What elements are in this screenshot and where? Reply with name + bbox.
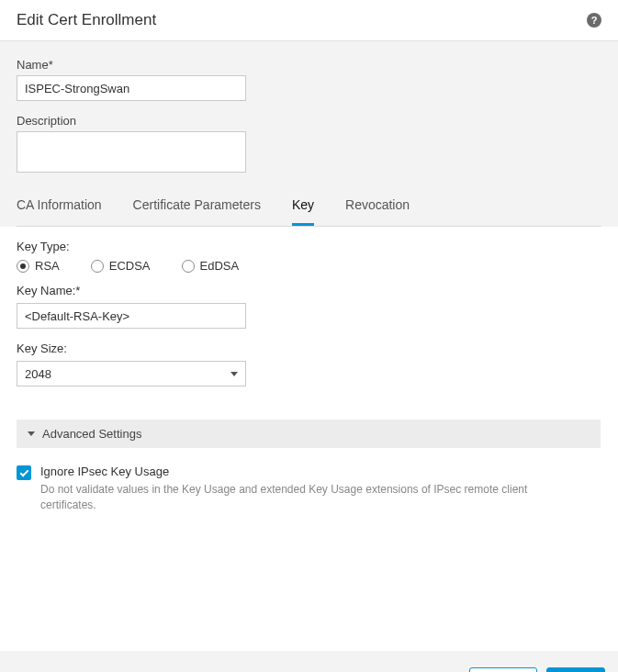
dialog-title: Edit Cert Enrollment [17,11,156,29]
key-size-select[interactable]: 2048 [17,361,246,386]
description-input[interactable] [17,131,246,173]
tab-body: Key Type: RSA ECDSA EdDSA Key Name:* Key… [0,227,618,541]
ignore-ipsec-description: Do not validate values in the Key Usage … [40,482,573,513]
help-icon[interactable]: ? [587,13,601,28]
advanced-settings-toggle[interactable]: Advanced Settings [17,420,601,448]
radio-ecdsa-label: ECDSA [109,259,151,273]
radio-eddsa-label: EdDSA [200,259,240,273]
tab-key[interactable]: Key [292,188,314,226]
form-top-section: Name* Description CA Information Certifi… [0,41,618,227]
key-name-input[interactable] [17,303,246,329]
tab-bar: CA Information Certificate Parameters Ke… [17,188,601,226]
save-button[interactable]: Save [546,667,605,672]
dialog-header: Edit Cert Enrollment ? [0,0,618,41]
ignore-ipsec-label: Ignore IPsec Key Usage [40,465,573,478]
tab-certificate-parameters[interactable]: Certificate Parameters [133,188,261,226]
cancel-button[interactable]: Cancel [469,667,537,672]
tab-ca-information[interactable]: CA Information [17,188,102,226]
key-type-radio-group: RSA ECDSA EdDSA [17,259,601,273]
name-label: Name* [17,58,601,72]
radio-rsa-label: RSA [35,259,60,273]
radio-eddsa[interactable] [182,260,195,273]
key-size-value: 2048 [25,367,51,381]
dialog-footer: Cancel Save [0,651,618,672]
ignore-ipsec-checkbox[interactable] [17,465,31,480]
name-input[interactable] [17,75,246,101]
radio-ecdsa[interactable] [91,260,104,273]
key-name-label: Key Name:* [17,284,601,297]
check-icon [19,467,28,476]
description-label: Description [17,114,601,128]
caret-down-icon [28,431,35,436]
key-size-label: Key Size: [17,342,601,355]
chevron-down-icon [230,372,238,376]
advanced-settings-label: Advanced Settings [42,427,141,441]
tab-revocation[interactable]: Revocation [345,188,410,226]
key-type-label: Key Type: [17,240,601,253]
radio-rsa[interactable] [17,260,29,273]
